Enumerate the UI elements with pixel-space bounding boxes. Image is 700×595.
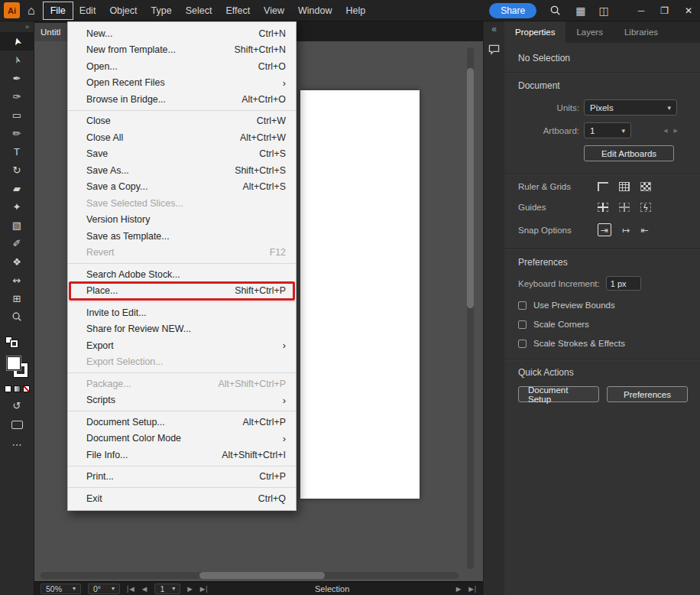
menu-item-save-as[interactable]: Save As...Shift+Ctrl+S [68, 162, 296, 179]
rotate-tool[interactable]: ↻ [0, 161, 34, 179]
menu-object[interactable]: Object [102, 2, 144, 19]
shaper-tool[interactable]: ✦ [0, 197, 34, 216]
menu-help[interactable]: Help [339, 2, 372, 19]
scale-strokes-effects-checkbox[interactable] [518, 340, 527, 348]
menu-item-open-recent-files[interactable]: Open Recent Files› [68, 75, 296, 92]
menu-item-browse-in-bridge[interactable]: Browse in Bridge...Alt+Ctrl+O [68, 91, 296, 108]
snap-to-pixel-icon[interactable]: ⇥ [598, 223, 611, 236]
menu-item-save-as-template[interactable]: Save as Template... [68, 228, 296, 245]
menu-item-close-all[interactable]: Close AllAlt+Ctrl+W [68, 129, 296, 146]
none-button[interactable] [23, 385, 30, 392]
menu-item-save-a-copy[interactable]: Save a Copy...Alt+Ctrl+S [68, 179, 296, 196]
menu-item-print[interactable]: Print...Ctrl+P [68, 469, 296, 486]
gradient-tool[interactable]: ▧ [0, 216, 34, 234]
type-tool[interactable]: T [0, 142, 34, 161]
menu-item-document-color-mode[interactable]: Document Color Mode› [68, 431, 296, 447]
menu-edit[interactable]: Edit [73, 2, 103, 19]
default-fill-stroke-icon[interactable] [5, 337, 18, 347]
menu-item-open[interactable]: Open...Ctrl+O [68, 58, 296, 75]
comment-icon[interactable] [488, 44, 500, 55]
scale-corners-checkbox[interactable] [518, 320, 527, 329]
home-icon[interactable]: ⌂ [28, 4, 35, 18]
horizontal-scrollbar[interactable] [41, 572, 459, 579]
transparency-grid-icon[interactable] [640, 182, 651, 191]
menu-item-export[interactable]: Export› [68, 337, 296, 354]
menu-type[interactable]: Type [144, 2, 179, 19]
close-button[interactable]: ✕ [685, 5, 692, 16]
menu-file[interactable]: File [44, 2, 73, 19]
edit-artboards-button[interactable]: Edit Artboards [584, 145, 674, 161]
status-last-icon[interactable]: ▶| [468, 585, 477, 593]
last-artboard-icon[interactable]: ▶| [200, 585, 209, 593]
status-display[interactable]: Selection [315, 584, 349, 593]
menu-item-document-setup[interactable]: Document Setup...Alt+Ctrl+P [68, 414, 296, 431]
menu-item-invite-to-edit[interactable]: Invite to Edit... [68, 304, 296, 321]
gradient-button[interactable] [14, 385, 21, 392]
panel-layout-icon[interactable]: ◫ [598, 5, 608, 17]
previous-artboard-icon[interactable]: ◀ [142, 585, 148, 593]
menu-item-new-from-template[interactable]: New from Template...Shift+Ctrl+N [68, 42, 296, 59]
workspace-switcher-icon[interactable]: ▦ [575, 5, 585, 17]
rotation-dropdown[interactable]: 0° ▾ [88, 584, 120, 594]
maximize-button[interactable]: ❐ [660, 5, 669, 16]
artboard[interactable] [300, 90, 420, 499]
menu-effect[interactable]: Effect [219, 2, 257, 19]
snap-to-grid-icon[interactable]: ↦ [622, 225, 630, 236]
menu-item-file-info[interactable]: File Info...Alt+Shift+Ctrl+I [68, 447, 296, 463]
zoom-tool[interactable] [0, 307, 34, 326]
menu-item-share-for-review[interactable]: Share for Review NEW... [68, 321, 296, 338]
rulers-icon[interactable] [598, 182, 608, 191]
toolbar-collapse-icon[interactable]: » [0, 21, 34, 32]
fill-swatch[interactable] [7, 356, 21, 370]
menu-item-save[interactable]: SaveCtrl+S [68, 146, 296, 163]
screen-mode-icon[interactable] [11, 421, 23, 429]
preferences-button[interactable]: Preferences [607, 386, 688, 402]
lock-guides-icon[interactable] [619, 203, 630, 212]
menu-item-place[interactable]: Place... Shift+Ctrl+P [68, 283, 296, 300]
menu-window[interactable]: Window [291, 2, 339, 19]
menu-item-close[interactable]: CloseCtrl+W [68, 113, 296, 130]
edit-toolbar-icon[interactable]: ⋯ [12, 439, 22, 450]
tab-libraries[interactable]: Libraries [614, 21, 669, 43]
menu-item-new[interactable]: New...Ctrl+N [68, 25, 296, 42]
smart-guides-icon[interactable]: ϟ [640, 203, 651, 212]
first-artboard-icon[interactable]: |◀ [127, 585, 135, 593]
search-icon[interactable] [549, 5, 561, 16]
paintbrush-tool[interactable]: ✏ [0, 124, 34, 142]
document-setup-button[interactable]: Document Setup [518, 386, 599, 402]
keyboard-increment-field[interactable]: 1 px [606, 276, 641, 291]
show-guides-icon[interactable] [598, 203, 608, 212]
fill-stroke-swatches[interactable] [7, 356, 28, 377]
zoom-level-dropdown[interactable]: 50% ▾ [41, 584, 81, 594]
rectangle-tool[interactable]: ▭ [0, 106, 34, 124]
artboard-navigation-dropdown[interactable]: 1 ▾ [154, 584, 180, 594]
width-tool[interactable]: ↭ [0, 271, 34, 289]
grid-icon[interactable] [619, 182, 630, 191]
menu-item-exit[interactable]: ExitCtrl+Q [68, 490, 296, 507]
color-button[interactable] [5, 385, 11, 392]
use-preview-bounds-checkbox[interactable] [518, 301, 527, 310]
snap-to-point-icon[interactable]: ⇤ [640, 225, 648, 236]
pen-tool[interactable]: ✒ [0, 69, 34, 87]
artboard-dropdown[interactable]: 1 ▾ [584, 122, 631, 138]
rotate-view-icon[interactable]: ↺ [13, 400, 21, 411]
menu-item-scripts[interactable]: Scripts› [68, 392, 296, 409]
previous-artboard-icon[interactable]: ◂ [663, 125, 674, 135]
menu-item-version-history[interactable]: Version History [68, 212, 296, 229]
units-dropdown[interactable]: Pixels ▾ [584, 99, 677, 115]
blend-tool[interactable]: ❖ [0, 252, 34, 271]
tab-properties[interactable]: Properties [504, 21, 566, 43]
vertical-scrollbar[interactable] [467, 47, 474, 569]
expand-panel-icon[interactable]: « [491, 24, 497, 34]
status-next-icon[interactable]: ▶ [456, 585, 462, 593]
horizontal-scrollbar-thumb[interactable] [199, 572, 325, 579]
selection-tool[interactable]: ➤ [0, 32, 34, 50]
curvature-tool[interactable]: ✑ [0, 87, 34, 106]
next-artboard-icon[interactable]: ▶ [187, 585, 193, 593]
share-button[interactable]: Share [489, 3, 536, 18]
direct-selection-tool[interactable]: ➢ [0, 50, 34, 69]
artboard-prev-next-icons[interactable]: ◂▸ [663, 125, 684, 135]
menu-view[interactable]: View [257, 2, 291, 19]
minimize-button[interactable]: ─ [638, 5, 645, 16]
menu-select[interactable]: Select [179, 2, 219, 19]
